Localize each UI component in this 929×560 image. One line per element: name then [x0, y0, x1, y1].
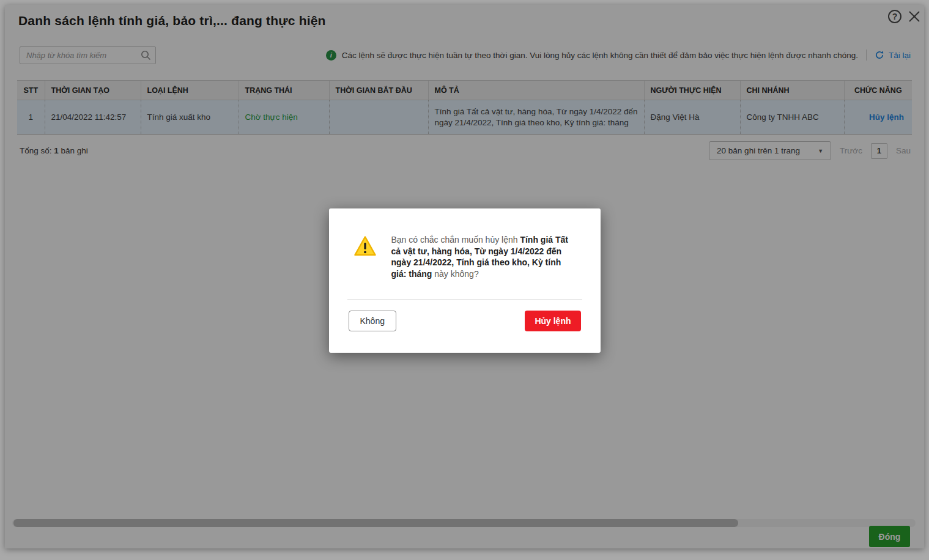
modal-divider	[347, 299, 582, 300]
confirm-message-prefix: Bạn có chắc chắn muốn hủy lệnh	[391, 235, 520, 245]
modal-actions: Không Hủy lệnh	[349, 311, 581, 331]
modal-body: Bạn có chắc chắn muốn hủy lệnh Tính giá …	[329, 208, 601, 279]
no-button[interactable]: Không	[349, 311, 396, 331]
confirm-cancel-button[interactable]: Hủy lệnh	[525, 311, 580, 331]
warning-icon	[353, 235, 377, 257]
confirm-message: Bạn có chắc chắn muốn hủy lệnh Tính giá …	[391, 234, 577, 279]
confirm-cancel-modal: Bạn có chắc chắn muốn hủy lệnh Tính giá …	[329, 208, 601, 353]
confirm-message-suffix: này không?	[432, 269, 478, 279]
